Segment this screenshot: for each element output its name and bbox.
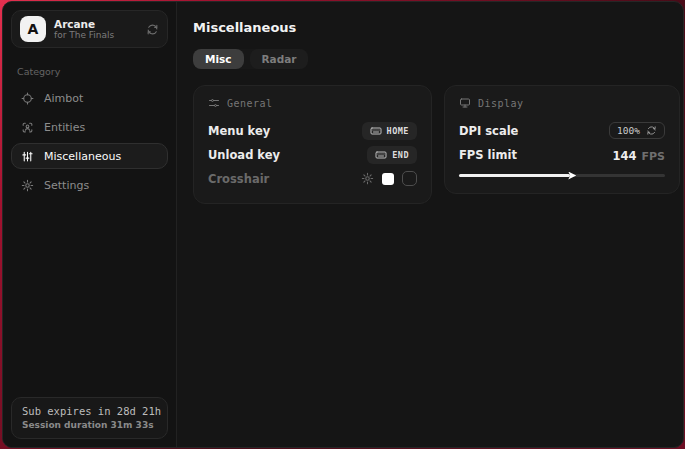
app-name: Arcane bbox=[54, 18, 138, 30]
subscription-card: Sub expires in 28d 21h Session duration … bbox=[11, 397, 168, 439]
refresh-icon[interactable] bbox=[646, 125, 657, 136]
profile-card: A Arcane for The Finals bbox=[11, 10, 168, 48]
unload-key-binding[interactable]: END bbox=[367, 146, 417, 164]
gear-icon bbox=[21, 179, 34, 192]
sidebar-item-label: Settings bbox=[44, 179, 89, 192]
crosshair-label: Crosshair bbox=[208, 172, 269, 186]
keyboard-icon bbox=[370, 125, 382, 137]
sliders-horizontal-icon bbox=[208, 97, 220, 109]
crosshair-row: Crosshair bbox=[208, 167, 417, 190]
tab-radar[interactable]: Radar bbox=[250, 49, 309, 69]
dpi-scale-label: DPI scale bbox=[459, 124, 518, 138]
sidebar: A Arcane for The Finals Category bbox=[3, 2, 177, 447]
sidebar-item-aimbot[interactable]: Aimbot bbox=[11, 85, 168, 111]
cards-row: General Menu key HOME Unload key bbox=[193, 85, 680, 204]
general-card-header: General bbox=[208, 97, 417, 109]
crosshair-icon bbox=[21, 92, 34, 105]
tab-misc[interactable]: Misc bbox=[193, 49, 244, 69]
display-card-header: Display bbox=[459, 97, 665, 109]
avatar: A bbox=[20, 16, 46, 42]
unload-key-value: END bbox=[392, 150, 409, 160]
page-title: Miscellaneous bbox=[193, 20, 680, 35]
dpi-scale-row: DPI scale 100% bbox=[459, 119, 665, 142]
sidebar-item-settings[interactable]: Settings bbox=[11, 172, 168, 198]
fps-limit-label: FPS limit bbox=[459, 148, 517, 162]
display-card: Display DPI scale 100% bbox=[444, 85, 680, 194]
sidebar-nav: Aimbot Entities Miscellaneous bbox=[11, 85, 168, 198]
session-duration-text: Session duration 31m 33s bbox=[22, 420, 157, 430]
sidebar-item-label: Miscellaneous bbox=[44, 150, 121, 163]
general-card: General Menu key HOME Unload key bbox=[193, 85, 432, 204]
tab-bar: Misc Radar bbox=[193, 49, 308, 69]
sidebar-item-entities[interactable]: Entities bbox=[11, 114, 168, 140]
fps-limit-slider[interactable] bbox=[459, 170, 665, 180]
app-window: A Arcane for The Finals Category bbox=[2, 1, 684, 448]
crosshair-settings-gear-icon[interactable] bbox=[361, 172, 374, 185]
keyboard-icon bbox=[375, 149, 387, 161]
scan-icon bbox=[21, 121, 34, 134]
sub-expiry-text: Sub expires in 28d 21h bbox=[22, 405, 157, 417]
crosshair-checkbox[interactable] bbox=[402, 171, 417, 186]
sidebar-item-label: Entities bbox=[44, 121, 85, 134]
menu-key-row: Menu key HOME bbox=[208, 119, 417, 142]
fps-limit-unit: FPS bbox=[642, 150, 666, 163]
general-card-title: General bbox=[227, 98, 273, 109]
display-card-title: Display bbox=[478, 98, 524, 109]
fps-limit-value: 144 bbox=[612, 149, 636, 163]
crosshair-color-swatch[interactable] bbox=[382, 173, 394, 185]
refresh-icon[interactable] bbox=[146, 23, 159, 36]
profile-meta: Arcane for The Finals bbox=[54, 18, 138, 40]
category-label: Category bbox=[17, 66, 162, 77]
dpi-scale-control[interactable]: 100% bbox=[609, 122, 665, 139]
dpi-scale-value: 100% bbox=[617, 125, 640, 136]
menu-key-binding[interactable]: HOME bbox=[362, 122, 417, 140]
slider-fill bbox=[459, 174, 570, 177]
menu-key-value: HOME bbox=[387, 126, 409, 136]
unload-key-row: Unload key END bbox=[208, 143, 417, 166]
main-content: Miscellaneous Misc Radar General Menu ke… bbox=[177, 2, 684, 447]
unload-key-label: Unload key bbox=[208, 148, 280, 162]
sliders-icon bbox=[21, 150, 34, 163]
fps-limit-row: FPS limit 144 FPS bbox=[459, 143, 665, 166]
sidebar-item-label: Aimbot bbox=[44, 92, 83, 105]
app-subtitle: for The Finals bbox=[54, 30, 138, 40]
sidebar-item-miscellaneous[interactable]: Miscellaneous bbox=[11, 143, 168, 169]
monitor-icon bbox=[459, 97, 471, 109]
menu-key-label: Menu key bbox=[208, 124, 270, 138]
